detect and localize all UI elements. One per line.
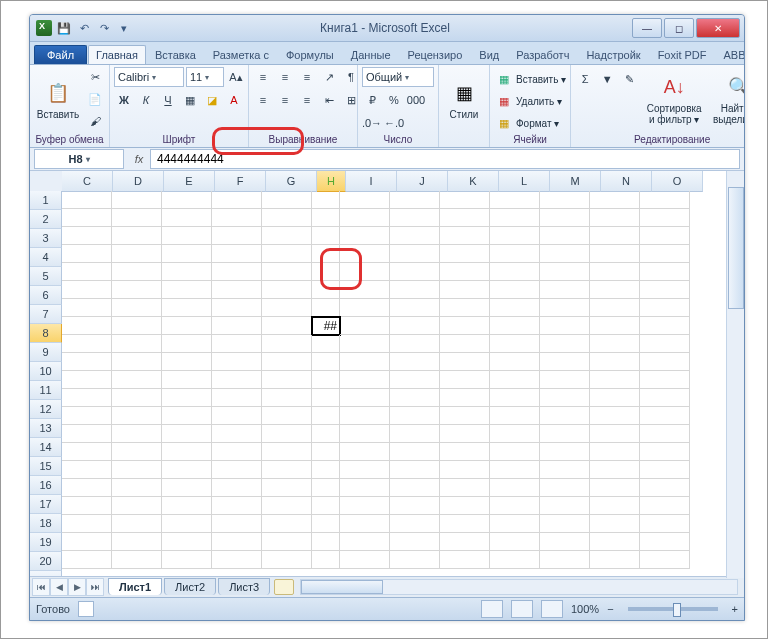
cell-G21[interactable]: [262, 551, 312, 569]
cell-H7[interactable]: [312, 299, 340, 317]
maximize-button[interactable]: ◻: [664, 18, 694, 38]
column-header-H[interactable]: H: [317, 171, 346, 192]
cell-M16[interactable]: [540, 461, 590, 479]
align-top-icon[interactable]: ≡: [253, 67, 273, 87]
tab-data[interactable]: Данные: [343, 45, 399, 64]
cell-M12[interactable]: [540, 389, 590, 407]
save-icon[interactable]: 💾: [56, 20, 72, 36]
increase-decimal-icon[interactable]: .0→: [362, 113, 382, 133]
cell-N1[interactable]: [590, 191, 640, 209]
cell-K3[interactable]: [440, 227, 490, 245]
cell-H9[interactable]: [312, 335, 340, 353]
cell-D12[interactable]: [112, 389, 162, 407]
cell-M6[interactable]: [540, 281, 590, 299]
cell-G15[interactable]: [262, 443, 312, 461]
cell-F2[interactable]: [212, 209, 262, 227]
cell-K12[interactable]: [440, 389, 490, 407]
cell-E5[interactable]: [162, 263, 212, 281]
normal-view-button[interactable]: [481, 600, 503, 618]
delete-cell-button[interactable]: Удалить ▾: [516, 96, 562, 107]
increase-font-icon[interactable]: A▴: [226, 67, 246, 87]
cell-O10[interactable]: [640, 353, 690, 371]
cell-F15[interactable]: [212, 443, 262, 461]
row-header-16[interactable]: 16: [30, 476, 62, 495]
column-header-G[interactable]: G: [266, 171, 317, 192]
cell-H4[interactable]: [312, 245, 340, 263]
row-header-11[interactable]: 11: [30, 381, 62, 400]
sheet-nav-prev-icon[interactable]: ◀: [50, 578, 68, 596]
cell-I2[interactable]: [340, 209, 390, 227]
cell-C16[interactable]: [62, 461, 112, 479]
tab-developer[interactable]: Разработч: [508, 45, 577, 64]
cell-N10[interactable]: [590, 353, 640, 371]
decrease-decimal-icon[interactable]: ←.0: [384, 113, 404, 133]
tab-review[interactable]: Рецензиро: [400, 45, 471, 64]
cell-O4[interactable]: [640, 245, 690, 263]
cell-I8[interactable]: [340, 317, 390, 335]
cell-N2[interactable]: [590, 209, 640, 227]
cell-M10[interactable]: [540, 353, 590, 371]
copy-button[interactable]: 📄: [85, 89, 105, 109]
cell-O16[interactable]: [640, 461, 690, 479]
cell-O5[interactable]: [640, 263, 690, 281]
cell-D15[interactable]: [112, 443, 162, 461]
cell-M21[interactable]: [540, 551, 590, 569]
cell-C2[interactable]: [62, 209, 112, 227]
cell-J14[interactable]: [390, 425, 440, 443]
paste-button[interactable]: 📋 Вставить: [34, 67, 82, 131]
cell-G10[interactable]: [262, 353, 312, 371]
cell-I9[interactable]: [340, 335, 390, 353]
orientation-icon[interactable]: ↗: [319, 67, 339, 87]
cell-O17[interactable]: [640, 479, 690, 497]
fill-icon[interactable]: ▼: [597, 69, 617, 89]
cell-L8[interactable]: [490, 317, 540, 335]
minimize-button[interactable]: —: [632, 18, 662, 38]
cell-K5[interactable]: [440, 263, 490, 281]
zoom-in-button[interactable]: +: [732, 603, 738, 615]
cell-M4[interactable]: [540, 245, 590, 263]
cell-O13[interactable]: [640, 407, 690, 425]
cell-M8[interactable]: [540, 317, 590, 335]
cell-E2[interactable]: [162, 209, 212, 227]
tab-foxit-pdf[interactable]: Foxit PDF: [650, 45, 715, 64]
row-header-1[interactable]: 1: [30, 191, 62, 210]
cell-E11[interactable]: [162, 371, 212, 389]
cell-K15[interactable]: [440, 443, 490, 461]
row-header-5[interactable]: 5: [30, 267, 62, 286]
align-center-icon[interactable]: ≡: [275, 90, 295, 110]
cell-N20[interactable]: [590, 533, 640, 551]
column-header-C[interactable]: C: [62, 171, 113, 192]
align-left-icon[interactable]: ≡: [253, 90, 273, 110]
cell-M5[interactable]: [540, 263, 590, 281]
cell-G17[interactable]: [262, 479, 312, 497]
cell-C8[interactable]: [62, 317, 112, 335]
cell-G18[interactable]: [262, 497, 312, 515]
cell-F5[interactable]: [212, 263, 262, 281]
autosum-icon[interactable]: Σ: [575, 69, 595, 89]
cell-G1[interactable]: [262, 191, 312, 209]
cell-H15[interactable]: [312, 443, 340, 461]
cell-C9[interactable]: [62, 335, 112, 353]
cell-M13[interactable]: [540, 407, 590, 425]
tab-page-layout[interactable]: Разметка с: [205, 45, 277, 64]
qat-dropdown-icon[interactable]: ▾: [116, 20, 132, 36]
cell-L21[interactable]: [490, 551, 540, 569]
row-header-19[interactable]: 19: [30, 533, 62, 552]
cell-F3[interactable]: [212, 227, 262, 245]
cell-L17[interactable]: [490, 479, 540, 497]
cell-O9[interactable]: [640, 335, 690, 353]
cell-G20[interactable]: [262, 533, 312, 551]
font-color-button[interactable]: A: [224, 90, 244, 110]
cell-M17[interactable]: [540, 479, 590, 497]
column-header-M[interactable]: M: [550, 171, 601, 192]
cell-H14[interactable]: [312, 425, 340, 443]
cell-E6[interactable]: [162, 281, 212, 299]
insert-cell-button[interactable]: Вставить ▾: [516, 74, 566, 85]
cell-F4[interactable]: [212, 245, 262, 263]
close-button[interactable]: ✕: [696, 18, 740, 38]
cell-N12[interactable]: [590, 389, 640, 407]
cell-J6[interactable]: [390, 281, 440, 299]
cell-N5[interactable]: [590, 263, 640, 281]
cell-O3[interactable]: [640, 227, 690, 245]
cell-E8[interactable]: [162, 317, 212, 335]
